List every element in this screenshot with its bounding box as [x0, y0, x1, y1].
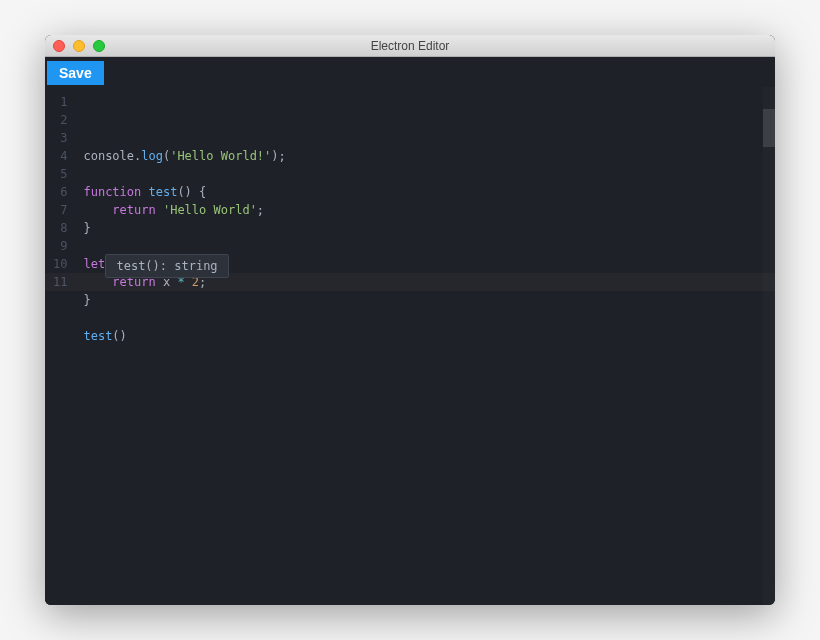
line-number: 4: [53, 147, 67, 165]
line-number: 7: [53, 201, 67, 219]
code-line[interactable]: console.log('Hello World!');: [83, 147, 775, 165]
code-line[interactable]: }: [83, 291, 775, 309]
line-number-gutter: 1234567891011: [45, 87, 77, 605]
window-title: Electron Editor: [45, 39, 775, 53]
token-punct: }: [83, 221, 90, 235]
line-number: 10: [53, 255, 67, 273]
close-icon[interactable]: [53, 40, 65, 52]
code-line[interactable]: [83, 237, 775, 255]
token-default: console.: [83, 149, 141, 163]
code-line[interactable]: [83, 165, 775, 183]
editor-window: Electron Editor Save 1234567891011 test(…: [45, 35, 775, 605]
token-funcname: test: [83, 329, 112, 343]
token-punct: }: [83, 293, 90, 307]
token-string: 'Hello World': [163, 203, 257, 217]
line-number: 11: [53, 273, 67, 291]
maximize-icon[interactable]: [93, 40, 105, 52]
code-area[interactable]: test(): string console.log('Hello World!…: [77, 87, 775, 605]
titlebar[interactable]: Electron Editor: [45, 35, 775, 57]
code-line[interactable]: return 'Hello World';: [83, 201, 775, 219]
token-punct: ;: [257, 203, 264, 217]
token-keyword: return: [112, 203, 163, 217]
code-editor[interactable]: 1234567891011 test(): string console.log…: [45, 87, 775, 605]
token-keyword: function: [83, 185, 148, 199]
traffic-lights: [45, 40, 105, 52]
line-number: 1: [53, 93, 67, 111]
save-button[interactable]: Save: [47, 61, 104, 85]
line-number: 6: [53, 183, 67, 201]
token-string: 'Hello World!': [170, 149, 271, 163]
signature-tooltip: test(): string: [105, 254, 228, 278]
token-punct: () {: [177, 185, 206, 199]
code-line[interactable]: function test() {: [83, 183, 775, 201]
line-number: 3: [53, 129, 67, 147]
line-number: 5: [53, 165, 67, 183]
code-line[interactable]: test(): [83, 327, 775, 345]
token-punct: );: [271, 149, 285, 163]
token-funcname: test: [148, 185, 177, 199]
token-method: log: [141, 149, 163, 163]
code-line[interactable]: }: [83, 219, 775, 237]
token-default: [83, 203, 112, 217]
scrollbar-track[interactable]: [763, 87, 775, 605]
line-number: 9: [53, 237, 67, 255]
toolbar: Save: [45, 57, 775, 87]
token-punct: (): [112, 329, 126, 343]
minimize-icon[interactable]: [73, 40, 85, 52]
scrollbar-thumb[interactable]: [763, 109, 775, 147]
line-number: 2: [53, 111, 67, 129]
line-number: 8: [53, 219, 67, 237]
code-line[interactable]: [83, 309, 775, 327]
